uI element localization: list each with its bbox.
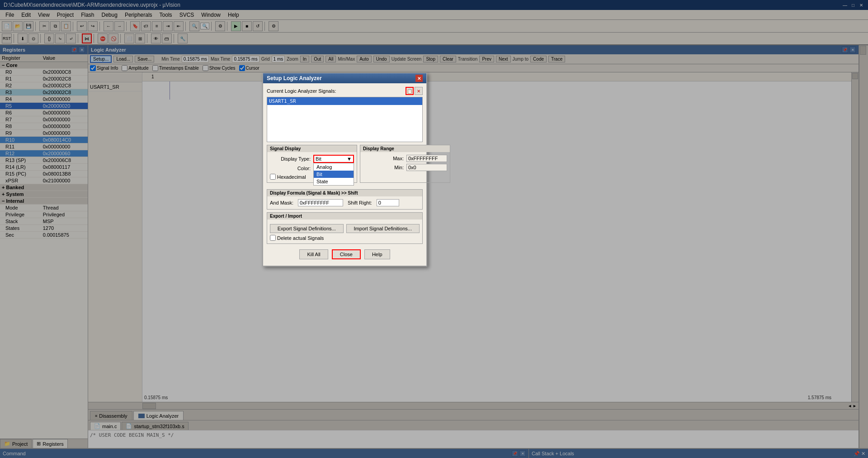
export-import-section: Export / Import Export Signal Definition… [267, 212, 423, 244]
color-label: Color: [270, 166, 311, 171]
export-import-body: Export Signal Definitions... Import Sign… [267, 219, 422, 243]
formula-title: Display Formula (Signal & Mask) >> Shift [267, 190, 422, 196]
setup-dialog: Setup Logic Analyzer ✕ Current Logic Ana… [262, 72, 427, 267]
display-type-value: Bit [316, 156, 321, 162]
display-range-title: Display Range [360, 145, 450, 152]
shift-right-label: Shift Right: [348, 200, 372, 205]
display-type-row: Display Type: Bit ▼ Analog Bit [270, 155, 354, 163]
option-analog[interactable]: Analog [314, 163, 354, 171]
and-mask-input[interactable] [298, 199, 343, 206]
option-state[interactable]: State [314, 178, 354, 185]
delete-signals-row: Delete actual Signals [270, 235, 420, 241]
min-input[interactable] [406, 164, 447, 171]
hexadecimal-label: Hexadecimal [277, 174, 306, 180]
and-mask-label: And Mask: [270, 200, 293, 205]
current-signals-section: Current Logic Analyzer Signals: 📋 ✕ USAR… [267, 87, 423, 142]
dialog-title-bar: Setup Logic Analyzer ✕ [263, 73, 426, 83]
signal-display-section: Signal Display Display Type: Bit ▼ [267, 145, 357, 183]
max-input[interactable] [406, 155, 447, 162]
close-btn[interactable]: Close [332, 249, 361, 259]
dialog-title-text: Setup Logic Analyzer [267, 75, 322, 81]
display-range-body: Max: Min: [360, 152, 450, 176]
display-type-dropdown-container: Bit ▼ Analog Bit State [313, 155, 354, 163]
option-bit[interactable]: Bit [314, 171, 354, 178]
signal-display-body: Display Type: Bit ▼ Analog Bit [267, 152, 357, 182]
display-row: Signal Display Display Type: Bit ▼ [267, 145, 423, 186]
export-import-buttons: Export Signal Definitions... Import Sign… [270, 224, 420, 233]
signal-list: USART1_SR [267, 97, 423, 142]
signal-display-title: Signal Display [267, 145, 357, 152]
formula-body: And Mask: Shift Right: [267, 196, 422, 209]
dialog-close-btn[interactable]: ✕ [415, 75, 423, 82]
dialog-buttons: Kill All Close Help [267, 247, 423, 262]
help-btn[interactable]: Help [364, 249, 390, 259]
modal-overlay[interactable]: Setup Logic Analyzer ✕ Current Logic Ana… [0, 0, 868, 458]
export-btn[interactable]: Export Signal Definitions... [270, 224, 344, 233]
display-type-select[interactable]: Bit ▼ [313, 155, 354, 163]
hexadecimal-checkbox[interactable] [270, 174, 276, 180]
signals-label: Current Logic Analyzer Signals: [267, 88, 336, 94]
display-type-options: Analog Bit State [313, 163, 354, 186]
signals-icons: 📋 ✕ [406, 87, 423, 95]
export-import-title: Export / Import [267, 213, 422, 219]
dialog-body: Current Logic Analyzer Signals: 📋 ✕ USAR… [263, 83, 426, 266]
signal-item-usart1sr[interactable]: USART1_SR [267, 97, 422, 105]
signals-header: Current Logic Analyzer Signals: 📋 ✕ [267, 87, 423, 95]
kill-all-btn[interactable]: Kill All [299, 249, 328, 259]
display-type-label: Display Type: [270, 156, 311, 162]
max-label: Max: [363, 156, 404, 161]
max-row: Max: [363, 155, 447, 162]
dropdown-arrow-icon: ▼ [347, 156, 352, 162]
formula-row: And Mask: Shift Right: [270, 199, 420, 206]
min-row: Min: [363, 164, 447, 171]
min-label: Min: [363, 165, 404, 170]
formula-section: Display Formula (Signal & Mask) >> Shift… [267, 189, 423, 210]
shift-right-input[interactable] [377, 199, 399, 206]
display-range-section: Display Range Max: Min: [360, 145, 450, 183]
add-signal-btn[interactable]: 📋 [406, 87, 414, 95]
delete-signals-checkbox[interactable] [270, 235, 276, 241]
import-btn[interactable]: Import Signal Definitions... [346, 224, 420, 233]
delete-signals-label: Delete actual Signals [277, 235, 324, 241]
remove-signal-btn[interactable]: ✕ [415, 87, 423, 95]
